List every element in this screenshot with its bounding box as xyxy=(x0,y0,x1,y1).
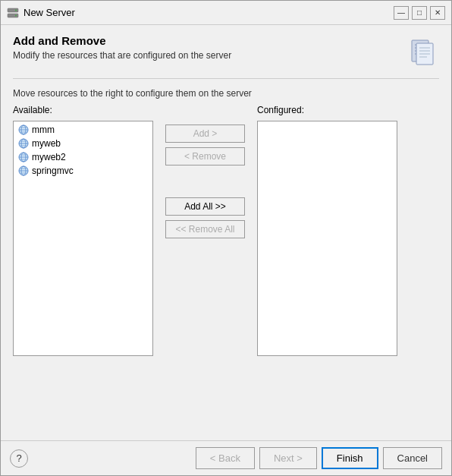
configured-label: Configured: xyxy=(257,105,397,115)
buttons-middle: Add > < Remove Add All >> << Remove All xyxy=(153,105,257,238)
close-button[interactable]: ✕ xyxy=(430,6,445,20)
minimize-button[interactable]: — xyxy=(394,6,409,20)
list-item[interactable]: myweb2 xyxy=(15,150,151,164)
header-icon xyxy=(403,34,439,71)
footer: ? < Back Next > Finish Cancel xyxy=(1,440,451,475)
list-item[interactable]: myweb xyxy=(15,137,151,150)
footer-buttons: < Back Next > Finish Cancel xyxy=(196,447,442,469)
remove-all-button[interactable]: << Remove All xyxy=(165,220,245,238)
header-title: Add and Remove xyxy=(13,34,231,47)
svg-point-2 xyxy=(15,9,17,11)
footer-left: ? xyxy=(10,449,28,468)
header-subtitle: Modify the resources that are configured… xyxy=(13,50,231,61)
next-button[interactable]: Next > xyxy=(259,447,317,469)
list-item-text: myweb2 xyxy=(32,152,66,162)
window: New Server — □ ✕ Add and Remove Modify t… xyxy=(0,0,452,476)
back-button[interactable]: < Back xyxy=(196,447,255,469)
header-text: Add and Remove Modify the resources that… xyxy=(13,34,231,61)
server-icon xyxy=(7,7,19,19)
available-label: Available: xyxy=(13,105,153,115)
web-project-icon xyxy=(18,125,29,135)
docs-icon xyxy=(404,36,438,69)
available-list-container: Available: mmm xyxy=(13,105,153,356)
lists-section: Available: mmm xyxy=(13,105,439,431)
title-bar-controls: — □ ✕ xyxy=(394,6,445,20)
configured-list-container: Configured: xyxy=(257,105,397,356)
header-section: Add and Remove Modify the resources that… xyxy=(13,34,439,79)
window-title: New Server xyxy=(24,7,75,18)
instruction-text: Move resources to the right to configure… xyxy=(13,88,439,99)
remove-button[interactable]: < Remove xyxy=(165,147,245,165)
list-item[interactable]: springmvc xyxy=(15,164,151,178)
web-project-icon xyxy=(18,152,29,162)
add-button[interactable]: Add > xyxy=(165,125,245,143)
available-list[interactable]: mmm myweb xyxy=(13,121,153,356)
finish-button[interactable]: Finish xyxy=(322,447,378,469)
title-bar-left: New Server xyxy=(7,7,75,19)
list-item-text: springmvc xyxy=(32,165,74,176)
content-area: Add and Remove Modify the resources that… xyxy=(1,25,451,440)
maximize-button[interactable]: □ xyxy=(412,6,427,20)
list-item-text: mmm xyxy=(32,125,55,135)
web-project-icon xyxy=(18,138,29,149)
web-project-icon xyxy=(18,165,29,176)
help-button[interactable]: ? xyxy=(10,449,28,468)
svg-point-3 xyxy=(15,14,17,16)
configured-list[interactable] xyxy=(257,121,397,356)
list-item[interactable]: mmm xyxy=(15,123,151,137)
list-item-text: myweb xyxy=(32,138,61,149)
cancel-button[interactable]: Cancel xyxy=(383,447,442,469)
title-bar: New Server — □ ✕ xyxy=(1,1,451,25)
add-all-button[interactable]: Add All >> xyxy=(165,197,245,216)
